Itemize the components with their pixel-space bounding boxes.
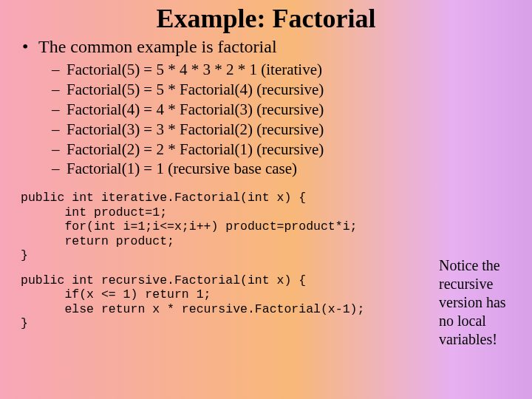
sub-bullet: Factorial(3) = 3 * Factorial(2) (recursi… [66, 120, 514, 140]
note-callout: Notice the recursive version has no loca… [439, 256, 520, 349]
code-iterative: public int iterative.Factorial(int x) { … [18, 191, 514, 262]
sub-bullet: Factorial(4) = 4 * Factorial(3) (recursi… [66, 100, 514, 120]
sub-bullet: Factorial(1) = 1 (recursive base case) [66, 159, 514, 179]
main-bullet: The common example is factorial [18, 37, 514, 57]
sub-bullet-list: Factorial(5) = 5 * 4 * 3 * 2 * 1 (iterat… [18, 60, 514, 179]
sub-bullet: Factorial(5) = 5 * Factorial(4) (recursi… [66, 80, 514, 100]
sub-bullet: Factorial(5) = 5 * 4 * 3 * 2 * 1 (iterat… [66, 60, 514, 80]
sub-bullet: Factorial(2) = 2 * Factorial(1) (recursi… [66, 140, 514, 160]
slide: Example: Factorial The common example is… [0, 0, 532, 399]
slide-title: Example: Factorial [106, 0, 426, 35]
